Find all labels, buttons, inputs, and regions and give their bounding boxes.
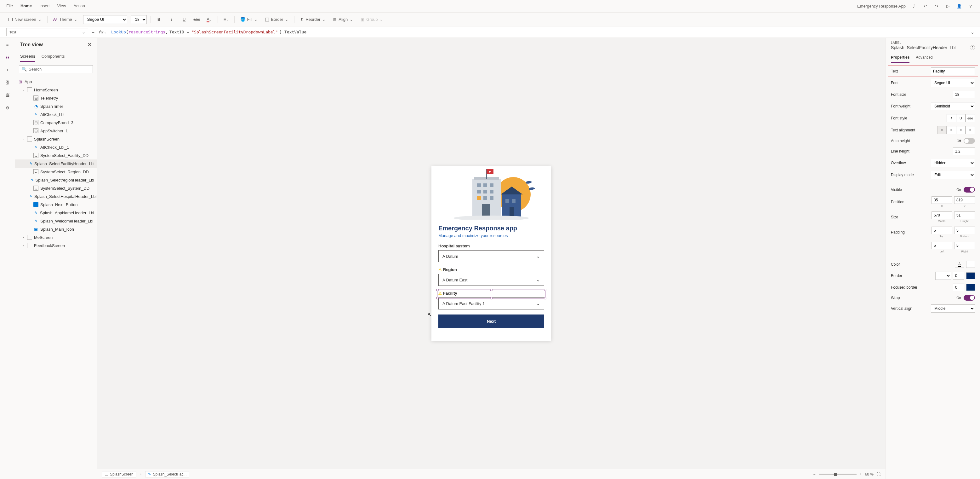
prop-vert-align[interactable]: Vertical alignMiddle (886, 303, 980, 315)
menu-view[interactable]: View (57, 1, 66, 11)
formula-input[interactable]: LookUp(resourceStrings, TextID = "Splash… (110, 27, 967, 37)
pad-r-input[interactable] (954, 242, 975, 249)
close-icon[interactable]: ✕ (88, 42, 92, 48)
zoom-slider[interactable] (819, 474, 857, 475)
share-icon[interactable]: ⤴ (911, 3, 917, 10)
visible-toggle[interactable] (964, 187, 975, 193)
data-icon[interactable]: 🗄 (5, 80, 11, 86)
align-justify[interactable]: ≡ (966, 126, 975, 134)
align-button[interactable]: ⊟Align ⌄ (331, 16, 355, 23)
prop-font-size[interactable]: Font size (886, 89, 980, 100)
tree-item-Splash_SelectHospitalHeader_Lbl[interactable]: ✎Splash_SelectHospitalHeader_Lbl (15, 192, 97, 200)
font-color-icon[interactable]: A ⌄ (205, 15, 214, 24)
search-input[interactable] (29, 67, 90, 72)
size-h-input[interactable] (954, 211, 975, 219)
border-style-select[interactable]: — (935, 271, 951, 280)
prop-text-input[interactable] (931, 67, 975, 75)
prop-fontweight-select[interactable]: Semibold (931, 102, 975, 110)
menu-insert[interactable]: Insert (39, 1, 50, 11)
tree-item-Splash_SelectregionHeader_Lbl[interactable]: ✎Splash_SelectregionHeader_Lbl (15, 176, 97, 184)
tree-item-CompanyBrand_3[interactable]: ⊞CompanyBrand_3 (15, 118, 97, 127)
wrap-toggle[interactable] (964, 295, 975, 301)
tree-item-HomeScreen[interactable]: ⌄HomeScreen (15, 86, 97, 94)
search-box[interactable]: 🔍 (19, 65, 93, 73)
breadcrumb-screen[interactable]: SplashScreen (102, 471, 136, 477)
tree-item-Splash_Next_Button[interactable]: Splash_Next_Button (15, 200, 97, 209)
facility-dropdown[interactable]: A Datum East Facility 1⌄ (438, 297, 544, 310)
breadcrumb-control[interactable]: ✎Splash_SelectFac... (145, 471, 189, 477)
menu-home[interactable]: Home (21, 1, 32, 11)
menu-file[interactable]: File (6, 1, 13, 11)
tree-item-SystemSelect_Facility_DD[interactable]: ⌄SystemSelect_Facility_DD (15, 151, 97, 160)
tree-root-app[interactable]: ⊞App (15, 78, 97, 86)
border-color-swatch[interactable] (966, 272, 975, 279)
prop-font-weight[interactable]: Font weightSemibold (886, 100, 980, 112)
border-button[interactable]: Border ⌄ (263, 16, 290, 23)
fit-screen-icon[interactable]: ⛶ (877, 472, 880, 476)
prop-overflow[interactable]: OverflowHidden (886, 157, 980, 169)
bold-icon[interactable]: B (154, 15, 164, 24)
underline-toggle[interactable]: U (956, 114, 966, 122)
tree-item-SystemSelect_Region_DD[interactable]: ⌄SystemSelect_Region_DD (15, 168, 97, 176)
tree-item-AltCheck_Lbl[interactable]: ✎AltCheck_Lbl (15, 110, 97, 118)
tab-components[interactable]: Components (41, 51, 65, 62)
fx-icon[interactable]: fx⌄ (98, 30, 106, 34)
italic-icon[interactable]: I (167, 15, 176, 24)
reorder-button[interactable]: ⬍Reorder ⌄ (298, 16, 328, 23)
font-size-select[interactable]: 18 (131, 15, 147, 24)
strikethrough-icon[interactable]: abc (192, 15, 201, 24)
hamburger-icon[interactable]: ≡ (5, 42, 11, 48)
tree-item-SplashTimer[interactable]: ◔SplashTimer (15, 102, 97, 110)
new-screen-button[interactable]: New screen ⌄ (6, 16, 43, 23)
tab-screens[interactable]: Screens (20, 51, 35, 62)
tree-item-Splash_AppNameHeader_Lbl[interactable]: ✎Splash_AppNameHeader_Lbl (15, 209, 97, 217)
menu-action[interactable]: Action (74, 1, 85, 11)
theme-button[interactable]: AᵃTheme ⌄ (51, 16, 80, 23)
zoom-out-icon[interactable]: − (813, 472, 816, 476)
prop-text[interactable]: Text (888, 65, 978, 77)
tab-advanced[interactable]: Advanced (916, 53, 932, 63)
play-icon[interactable]: ▷ (945, 3, 951, 10)
pad-b-input[interactable] (954, 227, 975, 234)
pad-l-input[interactable] (932, 242, 952, 249)
undo-icon[interactable]: ↶ (922, 3, 928, 10)
size-w-input[interactable] (932, 211, 952, 219)
prop-display-mode[interactable]: Display modeEdit (886, 169, 980, 181)
tree-view-icon[interactable]: ☷ (5, 54, 11, 61)
underline-icon[interactable]: U (180, 15, 189, 24)
border-width-input[interactable] (953, 272, 964, 279)
tree-item-SplashScreen[interactable]: ⌄SplashScreen (15, 135, 97, 143)
pos-x-input[interactable] (932, 196, 952, 204)
align-center[interactable]: ≡ (947, 126, 956, 134)
redo-icon[interactable]: ↷ (933, 3, 940, 10)
tree-item-AppSwitcher_1[interactable]: ⊞AppSwitcher_1 (15, 127, 97, 135)
tree-item-Splash_Main_Icon[interactable]: ▣Splash_Main_Icon (15, 225, 97, 233)
prop-line-height[interactable]: Line height (886, 145, 980, 157)
tree-item-MeScreen[interactable]: ›MeScreen (15, 233, 97, 241)
media-icon[interactable]: 🖽 (5, 92, 11, 98)
insert-icon[interactable]: + (5, 67, 11, 73)
align-left[interactable]: ≡ (937, 126, 947, 134)
tree-item-AltCheck_Lbl_1[interactable]: ✎AltCheck_Lbl_1 (15, 143, 97, 151)
strike-toggle[interactable]: abc (966, 114, 975, 122)
vertalign-select[interactable]: Middle (931, 304, 975, 313)
pad-t-input[interactable] (932, 227, 952, 234)
tree-item-Splash_SelectFacilityHeader_Lbl[interactable]: ✎Splash_SelectFacilityHeader_Lbl⋯ (15, 160, 97, 168)
align-text-icon[interactable]: ≡⌄ (222, 15, 231, 24)
next-button[interactable]: Next (438, 315, 544, 328)
zoom-in-icon[interactable]: + (860, 472, 862, 476)
tab-properties[interactable]: Properties (891, 53, 910, 63)
canvas-area[interactable]: ♥ Emergency Response app Manage and maxi… (97, 38, 886, 469)
prop-fontsize-input[interactable] (953, 91, 975, 98)
prop-font-select[interactable]: Segoe UI (931, 79, 975, 87)
user-icon[interactable]: 👤 (956, 3, 963, 10)
formula-expand-icon[interactable]: ⌄ (971, 30, 974, 34)
prop-font[interactable]: FontSegoe UI (886, 77, 980, 89)
align-right[interactable]: ≡ (956, 126, 966, 134)
region-dropdown[interactable]: A Datum East⌄ (438, 274, 544, 286)
font-color-swatch[interactable]: A (955, 261, 964, 268)
fill-button[interactable]: 🪣Fill ⌄ (239, 16, 260, 23)
focusborder-input[interactable] (953, 284, 964, 291)
tree-item-FeedbackScreen[interactable]: ›FeedbackScreen (15, 241, 97, 249)
tree-item-Splash_WelcomeHeader_Lbl[interactable]: ✎Splash_WelcomeHeader_Lbl (15, 217, 97, 225)
